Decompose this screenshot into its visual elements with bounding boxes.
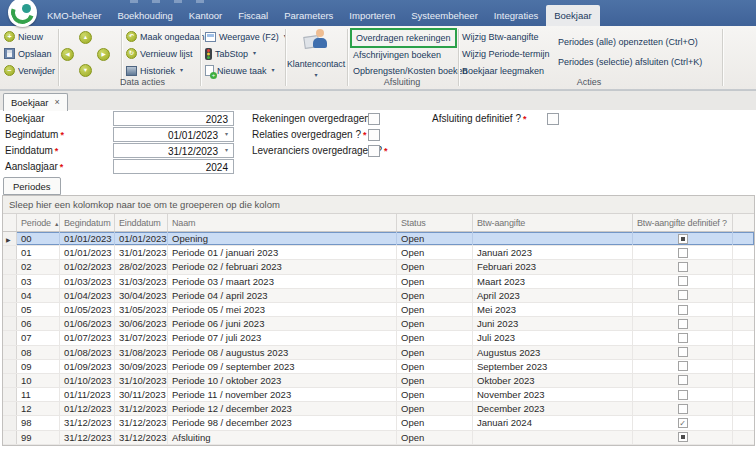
menu-tab-importeren[interactable]: Importeren <box>341 5 403 26</box>
btw-definitief-checkbox[interactable] <box>678 375 688 385</box>
period-row-07[interactable]: 0701/07/202331/07/2023Periode 07 / juli … <box>3 331 754 345</box>
refresh-list-button[interactable]: Vernieuw lijst <box>126 47 193 60</box>
history-button[interactable]: Historiek <box>126 64 183 77</box>
btw-definitief-checkbox[interactable] <box>678 262 688 272</box>
row-indicator <box>3 431 17 444</box>
menu-tab-boekhouding[interactable]: Boekhouding <box>109 5 180 26</box>
period-row-10[interactable]: 1001/10/202331/10/2023Periode 10 / oktob… <box>3 374 754 388</box>
app-logo-icon[interactable] <box>8 0 37 27</box>
leveranciers-overgedragen-checkbox[interactable] <box>368 145 380 157</box>
cell-periode: 07 <box>17 331 60 344</box>
quick-access-icon[interactable] <box>196 0 204 3</box>
cell-btw-definitief <box>633 431 733 444</box>
period-row-11[interactable]: 1101/11/202330/11/2023Periode 11 / novem… <box>3 388 754 402</box>
dropdown-arrow-icon[interactable] <box>221 144 232 157</box>
btw-definitief-checkbox[interactable] <box>678 432 688 442</box>
quick-access-icon[interactable] <box>130 0 138 3</box>
menu-tab-kmo-beheer[interactable]: KMO-beheer <box>39 5 109 26</box>
column-header-periode[interactable]: Periode <box>17 214 60 231</box>
btw-definitief-checkbox[interactable] <box>678 276 688 286</box>
navigate-next-icon[interactable] <box>97 48 110 61</box>
delete-button[interactable]: Verwijder <box>4 64 55 77</box>
period-row-08[interactable]: 0801/08/202331/08/2023Periode 08 / augus… <box>3 346 754 360</box>
begindatum-input[interactable]: 01/01/2023 <box>113 127 234 142</box>
cell-periode: 02 <box>17 260 60 273</box>
btw-definitief-checkbox[interactable] <box>678 361 688 371</box>
column-header-btw-aangifte-definitief-[interactable]: Btw-aangifte definitief ? <box>633 214 733 231</box>
menu-tab-fiscaal[interactable]: Fiscaal <box>230 5 276 26</box>
cell-begindatum: 01/04/2023 <box>60 289 115 302</box>
quick-access-icon[interactable] <box>174 0 182 3</box>
row-indicator <box>3 416 17 429</box>
document-tab-boekjaar[interactable]: Boekjaar × <box>3 93 68 111</box>
row-indicator <box>3 289 17 302</box>
period-row-02[interactable]: 0201/02/202328/02/2023Periode 02 / febru… <box>3 260 754 274</box>
undo-button[interactable]: Maak ongedaan <box>126 30 205 43</box>
tabstop-button[interactable]: TabStop <box>205 47 256 60</box>
btw-definitief-checkbox[interactable] <box>678 333 688 343</box>
rekeningen-overgedragen-checkbox[interactable] <box>368 113 380 125</box>
column-header-btw-aangifte[interactable]: Btw-aangifte <box>473 214 633 231</box>
cell-btw-aangifte: Maart 2023 <box>473 275 633 288</box>
customer-contact-button[interactable]: Klantencontact <box>287 28 345 80</box>
view-button[interactable]: Weergave (F2) <box>205 30 287 43</box>
btw-definitief-checkbox[interactable] <box>678 305 688 315</box>
group-by-hint[interactable]: Sleep hier een kolomkop naar toe om te g… <box>3 196 754 214</box>
menu-tab-parameters[interactable]: Parameters <box>276 5 341 26</box>
menu-tab-integraties[interactable]: Integraties <box>486 5 546 26</box>
btw-definitief-checkbox[interactable] <box>678 418 688 428</box>
close-selected-periods-button[interactable]: Periodes (selectie) afsluiten (Ctrl+K) <box>558 55 702 68</box>
quick-access-icon[interactable] <box>152 0 160 3</box>
save-icon <box>4 48 15 59</box>
period-row-05[interactable]: 0501/05/202331/05/2023Periode 05 / mei 2… <box>3 303 754 317</box>
dropdown-arrow-icon[interactable] <box>221 128 232 141</box>
transfer-accounts-button[interactable]: Overdragen rekeningen <box>350 28 457 48</box>
open-all-periods-button[interactable]: Periodes (alle) openzetten (Ctrl+O) <box>558 35 698 48</box>
navigate-last-icon[interactable] <box>79 64 92 77</box>
navigate-previous-icon[interactable] <box>61 48 74 61</box>
period-row-12[interactable]: 1201/12/202331/12/2023Periode 12 / decem… <box>3 402 754 416</box>
cell-btw-definitief <box>633 232 733 245</box>
period-row-00[interactable]: 0001/01/202301/01/2023OpeningOpen <box>3 232 754 246</box>
empty-fiscal-year-button[interactable]: Boekjaar leegmaken <box>462 64 544 77</box>
menu-tab-kantoor[interactable]: Kantoor <box>181 5 230 26</box>
menu-tab-systeembeheer[interactable]: Systeembeheer <box>403 5 486 26</box>
tab-periodes[interactable]: Periodes <box>3 177 61 195</box>
boekjaar-input[interactable]: 2023 <box>113 111 234 126</box>
book-revenue-costs-button[interactable]: Opbrengsten/Kosten boeken <box>353 64 468 77</box>
relaties-overgedragen-checkbox[interactable] <box>368 129 380 141</box>
btw-definitief-checkbox[interactable] <box>678 347 688 357</box>
einddatum-input[interactable]: 31/12/2023 <box>113 143 234 158</box>
aanslagjaar-input[interactable]: 2024 <box>113 159 234 174</box>
column-header-naam[interactable]: Naam <box>168 214 397 231</box>
btw-definitief-checkbox[interactable] <box>678 234 688 244</box>
change-vat-declaration-button[interactable]: Wijzig Btw-aangifte <box>462 30 539 43</box>
btw-definitief-checkbox[interactable] <box>678 290 688 300</box>
save-button[interactable]: Opslaan <box>4 47 52 60</box>
change-period-term-button[interactable]: Wijzig Periode-termijn <box>462 47 550 60</box>
new-task-button[interactable]: Nieuwe taak <box>205 64 275 77</box>
afsluiting-definitief-checkbox[interactable] <box>547 113 559 125</box>
btw-definitief-checkbox[interactable] <box>678 404 688 414</box>
period-row-98[interactable]: 9831/12/202331/12/2023Periode 98 / decem… <box>3 416 754 430</box>
btw-definitief-checkbox[interactable] <box>678 319 688 329</box>
btw-definitief-checkbox[interactable] <box>678 248 688 258</box>
column-header-begindatum[interactable]: Begindatum <box>60 214 115 231</box>
period-row-06[interactable]: 0601/06/202330/06/2023Periode 06 / juni … <box>3 317 754 331</box>
period-row-99[interactable]: 9931/12/202331/12/2023AfsluitingOpen <box>3 431 754 445</box>
period-row-04[interactable]: 0401/04/202330/04/2023Periode 04 / april… <box>3 289 754 303</box>
period-row-01[interactable]: 0101/01/202331/01/2023Periode 01 / janua… <box>3 246 754 260</box>
row-indicator <box>3 374 17 387</box>
new-button[interactable]: Nieuw <box>4 30 43 43</box>
btw-definitief-checkbox[interactable] <box>678 390 688 400</box>
cell-einddatum: 31/03/2023 <box>115 275 168 288</box>
close-icon[interactable]: × <box>55 98 60 107</box>
menu-tab-boekjaar[interactable]: Boekjaar <box>546 5 600 26</box>
period-row-09[interactable]: 0901/09/202330/09/2023Periode 09 / septe… <box>3 360 754 374</box>
cell-periode: 03 <box>17 275 60 288</box>
navigate-first-icon[interactable] <box>79 31 92 44</box>
book-depreciations-button[interactable]: Afschrijvingen boeken <box>353 48 441 61</box>
column-header-status[interactable]: Status <box>397 214 473 231</box>
column-header-einddatum[interactable]: Einddatum <box>115 214 168 231</box>
period-row-03[interactable]: 0301/03/202331/03/2023Periode 03 / maart… <box>3 275 754 289</box>
